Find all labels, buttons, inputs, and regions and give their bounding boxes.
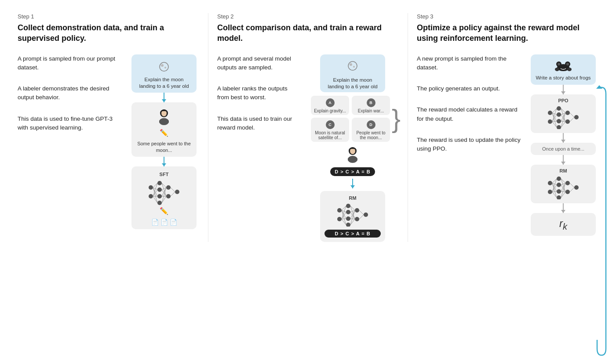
output-a: A Explain gravity... bbox=[311, 96, 349, 115]
svg-line-33 bbox=[171, 192, 175, 196]
step2-title: Collect comparison data, and train a rew… bbox=[217, 22, 399, 44]
step2-rm-label: RM bbox=[324, 195, 381, 201]
step3-title: Optimize a policy against the reward mod… bbox=[417, 22, 598, 44]
svg-point-74 bbox=[567, 68, 572, 71]
doc-icon1: 📄 bbox=[151, 219, 159, 226]
svg-point-8 bbox=[149, 194, 153, 198]
step2-diagram: Explain the moon landing to a 6 year old… bbox=[306, 54, 399, 242]
step2-ranking-top: D > C > A = B bbox=[330, 167, 375, 176]
step2-desc3: This data is used to train our reward mo… bbox=[217, 115, 300, 133]
svg-point-0 bbox=[160, 62, 168, 71]
svg-point-71 bbox=[558, 63, 560, 65]
step3-prompt-text: Write a story about frogs bbox=[536, 75, 590, 81]
svg-point-45 bbox=[346, 216, 350, 221]
ppo-neural-net bbox=[546, 105, 581, 129]
step2-person-icon bbox=[343, 145, 362, 165]
svg-point-77 bbox=[557, 106, 561, 111]
output-d: D People went to the moon... bbox=[352, 118, 390, 142]
svg-line-117 bbox=[552, 191, 557, 192]
svg-point-78 bbox=[557, 112, 561, 117]
step3-output-card: Once upon a time... bbox=[531, 143, 596, 155]
step2-content: A prompt and several model outputs are s… bbox=[217, 54, 399, 242]
step2-column: Step 2 Collect comparison data, and trai… bbox=[208, 13, 408, 242]
arrow-s3-1 bbox=[563, 85, 564, 94]
sft-neural-net bbox=[146, 179, 182, 205]
step3-ppo-label: PPO bbox=[535, 98, 591, 103]
svg-point-42 bbox=[337, 217, 342, 221]
step2-ranking-bottom: D > C > A = B bbox=[324, 230, 381, 238]
svg-line-127 bbox=[570, 183, 574, 187]
step1-diagram: Explain the moon landing to a 6 year old bbox=[129, 54, 199, 229]
step3-desc4: The reward is used to update the policy … bbox=[417, 136, 521, 154]
step1-prompt-card: Explain the moon landing to a 6 year old bbox=[131, 54, 197, 93]
svg-line-23 bbox=[153, 196, 157, 203]
edit-icon: ✏️ bbox=[160, 207, 168, 215]
step2-prompt-text: Explain the moon landing to a 6 year old bbox=[324, 77, 381, 90]
step1-descriptions: A prompt is sampled from our prompt data… bbox=[18, 54, 122, 133]
doc-icon2: 📄 bbox=[160, 219, 168, 226]
svg-point-104 bbox=[557, 177, 561, 181]
step2-outputs-grid: A Explain gravity... B Explain war... C … bbox=[311, 96, 390, 142]
svg-line-31 bbox=[162, 196, 166, 203]
frog-icon bbox=[554, 60, 572, 72]
svg-point-13 bbox=[166, 185, 171, 190]
svg-point-110 bbox=[574, 185, 579, 190]
step3-prompt-card: Write a story about frogs bbox=[531, 54, 596, 85]
svg-line-56 bbox=[342, 219, 346, 219]
step1-model-label: SFT bbox=[160, 172, 169, 177]
step2-labeler-section: D > C > A = B bbox=[330, 145, 375, 176]
step3-desc3: The reward model calculates a reward for… bbox=[417, 105, 521, 123]
svg-point-73 bbox=[555, 68, 559, 71]
svg-point-46 bbox=[346, 223, 350, 227]
svg-point-15 bbox=[175, 190, 179, 194]
svg-point-80 bbox=[557, 125, 561, 129]
step1-labeler-output: Some people went to the moon... bbox=[136, 141, 192, 153]
page: Step 1 Collect demonstration data, and t… bbox=[0, 0, 616, 251]
step1-desc3: This data is used to fine-tune GPT-3 wit… bbox=[18, 115, 122, 133]
svg-line-101 bbox=[570, 117, 574, 122]
svg-rect-6 bbox=[159, 120, 169, 123]
step2-label: Step 2 bbox=[217, 13, 399, 20]
step1-title: Collect demonstration data, and train a … bbox=[18, 22, 199, 44]
svg-line-66 bbox=[359, 210, 364, 215]
svg-point-79 bbox=[557, 119, 561, 123]
rm2-neural-net bbox=[546, 175, 581, 199]
svg-point-9 bbox=[157, 181, 162, 185]
svg-point-109 bbox=[565, 190, 570, 194]
step3-rm-label: RM bbox=[535, 168, 591, 173]
step1-column: Step 1 Collect demonstration data, and t… bbox=[9, 13, 208, 242]
svg-line-90 bbox=[552, 121, 557, 122]
step2-moon-icon bbox=[346, 59, 360, 73]
step3-ppo-card: PPO bbox=[531, 94, 596, 133]
output-c: C Moon is natural satellite of... bbox=[311, 118, 349, 142]
doc-icon3: 📄 bbox=[170, 219, 177, 226]
svg-point-47 bbox=[355, 208, 359, 213]
arrow-s3-2 bbox=[563, 133, 564, 143]
svg-point-102 bbox=[548, 181, 552, 185]
step3-descriptions: A new prompt is sampled from the dataset… bbox=[417, 54, 521, 154]
svg-line-124 bbox=[561, 191, 565, 192]
step1-desc2: A labeler demonstrates the desired outpu… bbox=[18, 84, 122, 102]
svg-point-75 bbox=[548, 111, 552, 115]
svg-point-43 bbox=[346, 204, 350, 208]
svg-point-108 bbox=[565, 181, 570, 185]
output-b: B Explain war... bbox=[352, 96, 390, 115]
step1-sft-card: SFT bbox=[131, 166, 197, 229]
svg-point-14 bbox=[166, 194, 171, 198]
brace-icon: } bbox=[392, 106, 401, 132]
svg-point-1 bbox=[161, 64, 164, 67]
step3-label: Step 3 bbox=[417, 13, 598, 20]
step2-desc1: A prompt and several model outputs are s… bbox=[217, 54, 300, 72]
step3-diagram-wrapper: Write a story about frogs PPO bbox=[528, 54, 598, 236]
svg-rect-40 bbox=[348, 158, 357, 161]
svg-line-32 bbox=[171, 187, 175, 192]
step1-labeler-card: ✏️ Some people went to the moon... bbox=[131, 102, 197, 157]
step2-desc2: A labeler ranks the outputs from best to… bbox=[217, 84, 300, 102]
step3-column: Step 3 Optimize a policy against the rew… bbox=[408, 13, 607, 242]
moon-icon bbox=[157, 60, 171, 74]
svg-point-2 bbox=[164, 67, 166, 68]
step3-content: A new prompt is sampled from the dataset… bbox=[417, 54, 598, 236]
svg-point-35 bbox=[350, 63, 352, 66]
step1-content: A prompt is sampled from our prompt data… bbox=[18, 54, 199, 229]
step2-prompt-card: Explain the moon landing to a 6 year old bbox=[320, 54, 385, 93]
